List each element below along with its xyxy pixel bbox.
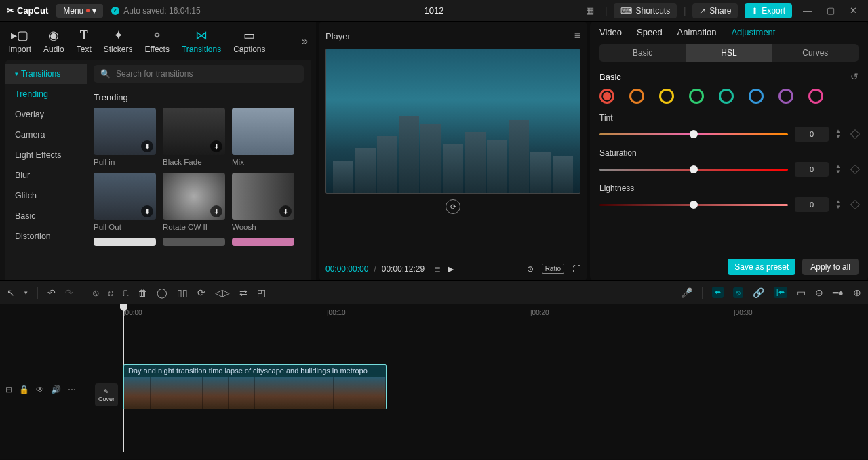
hsl-red[interactable] <box>599 89 614 104</box>
saturation-slider[interactable] <box>599 169 788 171</box>
scale-icon[interactable]: ⊙ <box>527 264 534 274</box>
export-button[interactable]: ⬆ Export <box>745 3 792 18</box>
magnet2-icon[interactable]: ⎋ <box>733 287 743 298</box>
tint-keyframe[interactable] <box>850 129 860 139</box>
saturation-keyframe[interactable] <box>850 165 860 174</box>
slider-thumb[interactable] <box>690 165 698 173</box>
crop-icon[interactable]: ◰ <box>257 287 266 298</box>
download-icon[interactable]: ⬇ <box>141 205 153 217</box>
preview-icon[interactable]: ▭ <box>797 287 806 298</box>
transition-pullout[interactable]: ⬇Pull Out <box>94 173 156 231</box>
hsl-orange[interactable] <box>629 89 644 104</box>
slider-thumb[interactable] <box>690 130 698 138</box>
nav-text[interactable]: TText <box>77 28 92 54</box>
transition-rotatecw[interactable]: ⬇Rotate CW II <box>163 173 225 231</box>
lightness-keyframe[interactable] <box>850 200 860 209</box>
zoom-out-icon[interactable]: ⊖ <box>815 287 823 298</box>
track-visibility-icon[interactable]: 👁 <box>36 385 44 394</box>
share-button[interactable]: ↗ Share <box>692 3 738 18</box>
pointer-tool-icon[interactable]: ↖ <box>7 287 15 298</box>
refresh-icon[interactable]: ⟳ <box>446 199 460 214</box>
close-icon[interactable]: ✕ <box>846 4 861 17</box>
cover-button[interactable]: ✎ Cover <box>95 383 118 406</box>
split-right-icon[interactable]: ⎍ <box>123 287 128 298</box>
lightness-stepper[interactable]: ▲▼ <box>835 199 845 210</box>
saturation-stepper[interactable]: ▲▼ <box>835 164 845 175</box>
hsl-cyan[interactable] <box>719 89 734 104</box>
subtab-curves[interactable]: Curves <box>772 44 859 62</box>
download-icon[interactable]: ⬇ <box>279 205 292 217</box>
player-menu-icon[interactable]: ≡ <box>574 30 580 42</box>
track-more-icon[interactable]: ⋯ <box>68 385 76 394</box>
preview-viewport[interactable] <box>326 49 580 194</box>
hsl-yellow[interactable] <box>659 89 674 104</box>
apply-all-button[interactable]: Apply to all <box>802 259 859 275</box>
play-icon[interactable]: ▶ <box>448 264 454 274</box>
tab-animation[interactable]: Animation <box>677 27 717 37</box>
transition-woosh[interactable]: ⬇Woosh <box>232 173 294 231</box>
transition-extra1[interactable] <box>94 238 156 246</box>
ratio-button[interactable]: Ratio <box>542 264 564 274</box>
transition-extra3[interactable] <box>232 238 294 246</box>
undo-icon[interactable]: ↶ <box>47 287 56 298</box>
download-icon[interactable]: ⬇ <box>141 140 153 152</box>
hsl-blue[interactable] <box>749 89 764 104</box>
frames-icon[interactable]: ▯▯ <box>177 287 188 298</box>
tint-stepper[interactable]: ▲▼ <box>835 129 845 140</box>
nav-import[interactable]: ▸▢Import <box>8 28 31 54</box>
sidebar-head-transitions[interactable]: ▾Transitions <box>5 64 87 84</box>
lightness-slider[interactable] <box>599 204 788 206</box>
search-input[interactable]: 🔍 Search for transitions <box>94 65 304 83</box>
track-collapse-icon[interactable]: ⊟ <box>5 385 12 394</box>
tab-speed[interactable]: Speed <box>637 27 663 37</box>
subtab-basic[interactable]: Basic <box>599 44 686 62</box>
slider-thumb[interactable] <box>690 201 698 209</box>
sidebar-item-lighteffects[interactable]: Light Effects <box>5 145 87 165</box>
link-icon[interactable]: 🔗 <box>753 287 764 298</box>
sidebar-item-basic[interactable]: Basic <box>5 206 87 226</box>
sidebar-item-camera[interactable]: Camera <box>5 125 87 145</box>
reset-icon[interactable]: ↺ <box>850 71 859 82</box>
pointer-dropdown-icon[interactable]: ▾ <box>24 289 28 296</box>
transition-mix[interactable]: Mix <box>232 108 294 166</box>
download-icon[interactable]: ⬇ <box>210 205 222 217</box>
saturation-value[interactable]: 0 <box>795 162 829 177</box>
hsl-magenta[interactable] <box>808 89 823 104</box>
save-preset-button[interactable]: Save as preset <box>728 259 795 275</box>
transition-pullin[interactable]: ⬇Pull in <box>94 108 156 166</box>
hsl-purple[interactable] <box>778 89 793 104</box>
sidebar-item-glitch[interactable]: Glitch <box>5 186 87 206</box>
lightness-value[interactable]: 0 <box>795 197 829 212</box>
shortcuts-button[interactable]: ⌨ Shortcuts <box>614 3 677 18</box>
layout-icon[interactable]: ▦ <box>582 4 598 17</box>
sidebar-item-distortion[interactable]: Distortion <box>5 226 87 247</box>
fullscreen-icon[interactable]: ⛶ <box>572 264 580 274</box>
sidebar-item-overlay[interactable]: Overlay <box>5 104 87 125</box>
nav-more-icon[interactable]: » <box>302 35 308 47</box>
tint-value[interactable]: 0 <box>795 127 829 142</box>
nav-captions[interactable]: ▭Captions <box>233 28 265 54</box>
transition-extra2[interactable] <box>163 238 225 246</box>
time-ruler[interactable]: |00:00 |00:10 |00:20 |00:30 <box>123 306 868 321</box>
rotate-icon[interactable]: ⟳ <box>197 287 205 298</box>
tab-video[interactable]: Video <box>599 27 622 37</box>
hsl-green[interactable] <box>689 89 704 104</box>
magnet1-icon[interactable]: ⬌ <box>712 287 724 298</box>
timeline[interactable]: |00:00 |00:10 |00:20 |00:30 ⊟ 🔒 👁 🔊 ⋯ ✎ … <box>0 304 868 459</box>
video-clip[interactable]: Day and night transition time lapse of c… <box>123 364 387 409</box>
maximize-icon[interactable]: ▢ <box>823 4 839 17</box>
tint-slider[interactable] <box>599 133 788 135</box>
nav-audio[interactable]: ◉Audio <box>43 28 64 54</box>
nav-stickers[interactable]: ✦Stickers <box>104 28 133 54</box>
sidebar-item-trending[interactable]: Trending <box>5 84 87 104</box>
mark-icon[interactable]: ◯ <box>157 287 167 298</box>
transition-blackfade[interactable]: ⬇Black Fade <box>163 108 225 166</box>
track-lock-icon[interactable]: 🔒 <box>19 385 29 394</box>
delete-icon[interactable]: 🗑 <box>138 287 147 298</box>
tab-adjustment[interactable]: Adjustment <box>731 27 775 37</box>
split-left-icon[interactable]: ⎌ <box>108 287 113 298</box>
menu-button[interactable]: Menu ▾ <box>56 4 103 18</box>
redo-icon[interactable]: ↷ <box>65 287 73 298</box>
nav-transitions[interactable]: ⋈Transitions <box>182 28 221 54</box>
sync-icon[interactable]: ⇄ <box>239 287 248 298</box>
